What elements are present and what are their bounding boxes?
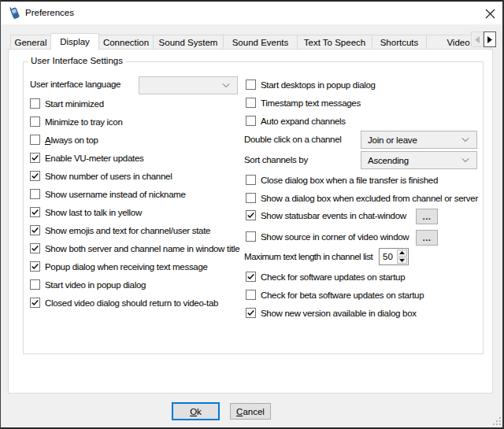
- checkbox-show-username-instead-of-nickname[interactable]: Show username instead of nickname: [30, 188, 186, 200]
- window-title: Preferences: [25, 8, 74, 17]
- checkbox-label: Check for beta software updates on start…: [261, 290, 424, 300]
- checkbox-unchecked[interactable]: [30, 116, 40, 127]
- group-box-title: User Interface Settings: [28, 56, 126, 65]
- ok-button[interactable]: Ok: [172, 402, 220, 420]
- checkbox-unchecked[interactable]: [30, 279, 40, 290]
- checkbox-closed-video-dialog-should-return-to-vid[interactable]: Closed video dialog should return to vid…: [30, 297, 218, 309]
- chevron-down-icon: [461, 158, 469, 163]
- checkbox-unchecked[interactable]: [30, 135, 40, 145]
- language-select[interactable]: [139, 76, 238, 94]
- checkbox-show-emojis-and-text-for-channel-user-st[interactable]: Show emojis and text for channel/user st…: [30, 224, 210, 236]
- sort-channels-label: Sort channels by: [244, 155, 308, 165]
- checkbox-checked[interactable]: [30, 153, 40, 163]
- checkbox-label: Timestamp text messages: [261, 98, 361, 108]
- checkbox-checked[interactable]: [30, 261, 40, 272]
- spin-up-icon[interactable]: [397, 250, 407, 257]
- checkbox-enable-vu-meter-updates[interactable]: Enable VU-meter updates: [30, 152, 143, 164]
- checkbox-show-last-to-talk-in-yellow[interactable]: Show last to talk in yellow: [30, 206, 142, 218]
- checkbox-label: Enable VU-meter updates: [45, 153, 143, 163]
- double-click-label: Double click on a channel: [244, 135, 342, 144]
- checkbox-label: Show emojis and text for channel/user st…: [45, 226, 210, 235]
- checkbox-show-statusbar-events-in-chat-window[interactable]: Show statusbar events in chat-window: [246, 209, 406, 221]
- checkbox-unchecked[interactable]: [246, 116, 256, 126]
- checkbox-unchecked[interactable]: [246, 175, 256, 185]
- checkbox-label: Show new version available in dialog box: [261, 309, 417, 318]
- checkbox-start-minimized[interactable]: Start minimized: [30, 98, 104, 109]
- checkbox-unchecked[interactable]: [30, 98, 40, 109]
- checkbox-unchecked[interactable]: [246, 193, 256, 203]
- tab-scroll-left-icon[interactable]: [471, 31, 484, 47]
- statusbar-events-browse-button[interactable]: ...: [416, 209, 438, 224]
- checkbox-label: Show username instead of nickname: [45, 190, 186, 199]
- checkbox-unchecked[interactable]: [246, 290, 256, 300]
- chevron-down-icon: [222, 83, 230, 88]
- checkbox-checked[interactable]: [30, 298, 40, 308]
- checkbox-check-for-beta-software-updates-on-start[interactable]: Check for beta software updates on start…: [246, 289, 424, 301]
- checkbox-label: Start desktops in popup dialog: [261, 80, 376, 90]
- checkbox-show-both-server-and-channel-name-in-win[interactable]: Show both server and channel name in win…: [30, 242, 239, 254]
- checkbox-label: Show last to talk in yellow: [45, 208, 142, 217]
- checkbox-label: Minimize to tray icon: [45, 117, 123, 127]
- chevron-down-icon: [461, 138, 469, 142]
- checkbox-checked[interactable]: [246, 308, 256, 318]
- checkbox-checked[interactable]: [30, 207, 40, 217]
- checkbox-start-desktops-in-popup-dialog[interactable]: Start desktops in popup dialog: [246, 79, 376, 91]
- checkbox-label: Show a dialog box when excluded from cha…: [261, 194, 478, 203]
- window-top-edge: [0, 0, 504, 2]
- checkbox-label: Show statusbar events in chat-window: [261, 211, 406, 220]
- sort-channels-select[interactable]: Ascending: [361, 151, 477, 169]
- checkbox-unchecked[interactable]: [246, 80, 256, 90]
- checkbox-checked[interactable]: [246, 272, 256, 282]
- tab-scroll-right-icon[interactable]: [484, 31, 496, 47]
- checkbox-auto-expand-channels[interactable]: Auto expand channels: [246, 115, 346, 127]
- checkbox-unchecked[interactable]: [246, 231, 256, 242]
- checkbox-label: Always on top: [45, 135, 98, 145]
- max-text-length-value: 50: [380, 249, 396, 264]
- checkbox-show-source-in-corner-of-video-window[interactable]: Show source in corner of video window: [246, 231, 409, 242]
- checkbox-show-number-of-users-in-channel[interactable]: Show number of users in channel: [30, 170, 172, 182]
- window-left-edge: [0, 0, 1, 429]
- checkbox-checked[interactable]: [30, 243, 40, 253]
- tab-connection[interactable]: Connection: [98, 35, 154, 49]
- checkbox-label: Start minimized: [45, 99, 104, 109]
- tab-bar: GeneralDisplayConnectionSound SystemSoun…: [10, 32, 490, 49]
- checkbox-checked[interactable]: [30, 225, 40, 235]
- tab-display[interactable]: Display: [50, 33, 99, 50]
- spin-down-icon[interactable]: [397, 257, 407, 264]
- resize-grip-icon[interactable]: [493, 417, 502, 426]
- close-icon[interactable]: [484, 7, 496, 20]
- tab-scroll-buttons: [471, 31, 496, 47]
- video-source-browse-button[interactable]: ...: [416, 230, 438, 246]
- max-text-length-label: Maximum text length in channel list: [244, 252, 372, 261]
- language-label: User interface language: [30, 80, 120, 89]
- app-icon: [8, 6, 22, 20]
- checkbox-label: Auto expand channels: [261, 116, 346, 126]
- checkbox-label: Closed video dialog should return to vid…: [45, 298, 218, 308]
- checkbox-unchecked[interactable]: [246, 98, 256, 108]
- checkbox-check-for-software-updates-on-startup[interactable]: Check for software updates on startup: [246, 271, 405, 283]
- cancel-button[interactable]: Cancel: [230, 403, 271, 420]
- checkbox-show-a-dialog-box-when-excluded-from-cha[interactable]: Show a dialog box when excluded from cha…: [246, 192, 478, 204]
- tab-text-to-speech[interactable]: Text To Speech: [297, 35, 372, 49]
- checkbox-timestamp-text-messages[interactable]: Timestamp text messages: [246, 97, 361, 109]
- checkbox-show-new-version-available-in-dialog-box[interactable]: Show new version available in dialog box: [246, 307, 417, 319]
- checkbox-label: Check for software updates on startup: [261, 272, 405, 282]
- checkbox-popup-dialog-when-receiving-text-message[interactable]: Popup dialog when receiving text message: [30, 261, 208, 272]
- tab-general[interactable]: General: [10, 35, 51, 49]
- checkbox-close-dialog-box-when-a-file-transfer-is[interactable]: Close dialog box when a file transfer is…: [246, 174, 438, 186]
- double-click-select[interactable]: Join or leave: [361, 131, 477, 149]
- checkbox-start-video-in-popup-dialog[interactable]: Start video in popup dialog: [30, 279, 146, 290]
- checkbox-label: Close dialog box when a file transfer is…: [261, 176, 438, 185]
- checkbox-label: Show both server and channel name in win…: [45, 244, 239, 253]
- tab-sound-system[interactable]: Sound System: [153, 35, 224, 49]
- checkbox-checked[interactable]: [30, 171, 40, 181]
- checkbox-always-on-top[interactable]: Always on top: [30, 134, 98, 146]
- checkbox-label: Popup dialog when receiving text message: [45, 262, 208, 272]
- checkbox-minimize-to-tray-icon[interactable]: Minimize to tray icon: [30, 116, 123, 128]
- tab-shortcuts[interactable]: Shortcuts: [372, 35, 427, 49]
- tab-sound-events[interactable]: Sound Events: [223, 35, 298, 49]
- checkbox-unchecked[interactable]: [30, 189, 40, 199]
- preferences-window: Preferences GeneralDisplayConnectionSoun…: [0, 0, 504, 429]
- max-text-length-stepper[interactable]: 50: [379, 248, 409, 265]
- checkbox-checked[interactable]: [246, 210, 256, 220]
